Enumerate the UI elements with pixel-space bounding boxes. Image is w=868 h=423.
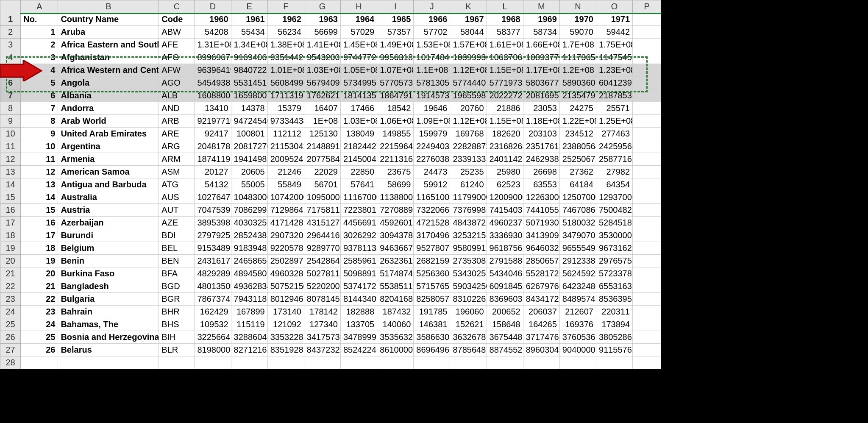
cell[interactable]: 13 xyxy=(21,178,58,191)
cell[interactable]: 1914573 xyxy=(414,89,450,102)
cell[interactable]: 18 xyxy=(21,242,58,255)
cell[interactable]: 5803677 xyxy=(523,77,559,89)
cell[interactable]: 191785 xyxy=(414,306,450,318)
column-header-H[interactable]: H xyxy=(341,0,377,13)
cell[interactable]: 8258057 xyxy=(414,293,450,306)
cell[interactable]: 8696496 xyxy=(414,344,450,356)
cell[interactable]: 1.03E+08 xyxy=(341,115,377,128)
cell[interactable]: 173140 xyxy=(267,306,304,318)
cell[interactable]: AZE xyxy=(159,217,195,229)
cell[interactable] xyxy=(633,64,661,77)
cell[interactable]: 57702 xyxy=(414,26,450,39)
cell[interactable]: 7086299 xyxy=(231,204,267,217)
cell[interactable]: 55005 xyxy=(231,178,267,191)
cell[interactable]: 1.34E+08 xyxy=(231,39,267,51)
cell[interactable]: Australia xyxy=(58,191,159,204)
cell[interactable]: 8524224 xyxy=(341,344,377,356)
cell[interactable]: 2022272 xyxy=(487,89,523,102)
cell[interactable]: 55434 xyxy=(231,26,267,39)
table-row[interactable]: 1716AzerbaijanAZE38953984030325417142843… xyxy=(0,217,661,229)
row-header[interactable]: 10 xyxy=(0,128,21,140)
cell[interactable]: AGO xyxy=(159,77,195,89)
cell[interactable]: 9 xyxy=(21,128,58,140)
cell[interactable]: 62679765 xyxy=(523,280,559,293)
cell[interactable]: 140060 xyxy=(377,318,414,331)
cell[interactable]: 167899 xyxy=(231,306,267,318)
cell[interactable]: 9378113 xyxy=(341,242,377,255)
row-header[interactable]: 20 xyxy=(0,255,21,267)
cell[interactable]: 17 xyxy=(21,229,58,242)
cell[interactable]: Bahamas, The xyxy=(58,318,159,331)
cell[interactable]: Azerbaijan xyxy=(58,217,159,229)
cell[interactable]: 3413909 xyxy=(523,229,559,242)
cell[interactable]: 112112 xyxy=(267,128,304,140)
cell[interactable]: BHR xyxy=(159,306,195,318)
table-row[interactable]: 21ArubaABW542085543456234566995702957357… xyxy=(0,26,661,39)
row-header[interactable]: 27 xyxy=(0,344,21,356)
cell[interactable]: 23517613 xyxy=(523,140,559,153)
cell[interactable]: 4843872 xyxy=(450,217,487,229)
column-header-G[interactable]: G xyxy=(304,0,340,13)
cell[interactable]: 58044 xyxy=(450,26,487,39)
cell[interactable]: 125130 xyxy=(304,128,340,140)
cell[interactable]: 3632678 xyxy=(450,331,487,344)
row-header[interactable]: 26 xyxy=(0,331,21,344)
cell[interactable]: 159979 xyxy=(414,128,450,140)
table-row[interactable]: 87AndorraAND1341014378153791640717466185… xyxy=(0,102,661,115)
cell[interactable] xyxy=(633,13,661,26)
cell[interactable]: 3478999 xyxy=(341,331,377,344)
table-row[interactable]: 1211ArmeniaARM18741191941498200952420775… xyxy=(0,153,661,166)
table-row[interactable]: 1413Antigua and BarbudaATG54132550055584… xyxy=(0,178,661,191)
column-header-N[interactable]: N xyxy=(559,0,596,13)
cell[interactable]: 56699 xyxy=(304,26,340,39)
cell[interactable]: 13410 xyxy=(195,102,231,115)
cell[interactable]: 4894580 xyxy=(231,267,267,280)
cell[interactable]: 63553 xyxy=(523,178,559,191)
table-row[interactable]: 2322BulgariaBGR7867374794311880129468078… xyxy=(0,293,661,306)
cell[interactable]: 2077584 xyxy=(304,153,340,166)
cell[interactable]: 10637064 xyxy=(487,51,523,64)
cell[interactable]: 1.1E+08 xyxy=(414,64,450,77)
row-header[interactable]: 19 xyxy=(0,242,21,255)
cell[interactable] xyxy=(633,178,661,191)
cell[interactable]: 1941498 xyxy=(231,153,267,166)
cell[interactable]: 1 xyxy=(21,26,58,39)
cell[interactable]: 1.05E+08 xyxy=(341,64,377,77)
cell[interactable]: 16407 xyxy=(304,102,340,115)
table-row[interactable]: 2120Burkina FasoBFA482928948945804960328… xyxy=(0,267,661,280)
cell[interactable]: 8369603 xyxy=(487,293,523,306)
cell[interactable]: 8144340 xyxy=(341,293,377,306)
cell[interactable]: 10893772 xyxy=(523,51,559,64)
cell[interactable]: 1963 xyxy=(304,13,340,26)
cell[interactable]: 10 xyxy=(21,140,58,153)
cell[interactable]: 9543200 xyxy=(304,51,340,64)
cell[interactable]: 9115576 xyxy=(596,344,632,356)
row-header[interactable]: 22 xyxy=(0,280,21,293)
cell[interactable]: 20481781 xyxy=(195,140,231,153)
cell[interactable]: Afghanistan xyxy=(58,51,159,64)
cell[interactable]: 1864791 xyxy=(377,89,414,102)
cell[interactable]: 2401142 xyxy=(487,153,523,166)
cell[interactable]: 1.31E+08 xyxy=(195,39,231,51)
column-header-D[interactable]: D xyxy=(195,0,231,13)
cell[interactable]: 3336930 xyxy=(487,229,523,242)
cell[interactable]: 196060 xyxy=(450,306,487,318)
table-row[interactable]: 2221BangladeshBGD48013505493628345075215… xyxy=(0,280,661,293)
cell[interactable]: 23168268 xyxy=(487,140,523,153)
cell[interactable]: 2976575 xyxy=(596,255,632,267)
cell[interactable]: 7270889 xyxy=(377,204,414,217)
cell[interactable]: 1.06E+08 xyxy=(377,115,414,128)
cell[interactable]: Antigua and Barbuda xyxy=(58,178,159,191)
cell[interactable]: 65531635 xyxy=(596,280,632,293)
cell[interactable]: 26 xyxy=(21,344,58,356)
cell[interactable]: 3026292 xyxy=(341,229,377,242)
cell[interactable]: 59034250 xyxy=(450,280,487,293)
cell[interactable]: 5174874 xyxy=(377,267,414,280)
cell[interactable]: 3253215 xyxy=(450,229,487,242)
cell[interactable]: 5624592 xyxy=(559,267,596,280)
cell[interactable]: 2797925 xyxy=(195,229,231,242)
cell[interactable]: 5723378 xyxy=(596,267,632,280)
cell[interactable]: 133705 xyxy=(341,318,377,331)
cell[interactable]: Africa Eastern and Southern xyxy=(58,39,159,51)
cell[interactable]: 138049 xyxy=(341,128,377,140)
